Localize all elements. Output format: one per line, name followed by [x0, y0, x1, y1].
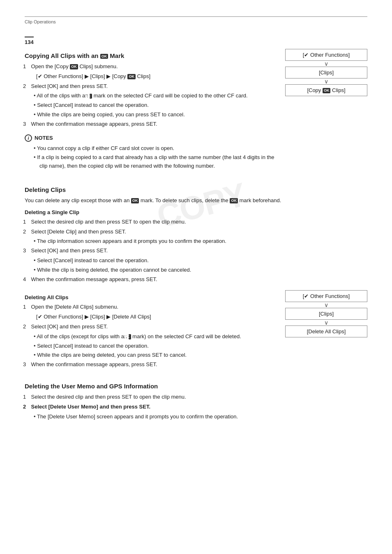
delete-all-nav-arrow-2: ∨ [285, 320, 367, 325]
delete-all-step-2: 2 Select [OK] and then press SET. [30, 323, 277, 331]
ok-mark-bullet: OK [90, 94, 92, 99]
delete-single-step-2-bullet: The clip information screen appears and … [39, 237, 367, 246]
ok-mark-path: OK [127, 74, 136, 79]
copy-step-2: 2 Select [OK] and then press SET. [30, 82, 277, 91]
copying-clips-title: Copying All Clips with an OK Mark [25, 52, 277, 59]
copy-nav-arrow-2: ∨ [285, 78, 367, 84]
ok-mark-1: OK [70, 64, 78, 69]
ok-mark-del-all: OK [129, 334, 131, 339]
copy-step-2-bullet-2: Select [Cancel] instead to cancel the op… [39, 101, 277, 110]
copy-nav-box-3: [Copy OK Clips] [285, 84, 367, 96]
copy-step-1-path: [✔ Other Functions] ▶ [Clips] ▶ [Copy OK… [36, 72, 277, 81]
copy-nav-arrow-1: ∨ [285, 61, 367, 67]
ok-mark-nav: OK [323, 88, 331, 93]
delete-single-step-1: 1 Select the desired clip and then press… [30, 218, 367, 226]
delete-all-step-3: 3 When the confirmation message appears,… [30, 360, 277, 369]
copy-nav: [✔ Other Functions] ∨ [Clips] ∨ [Copy OK… [285, 49, 367, 96]
delete-all-step-2-bullet-3: While the clips are being deleted, you c… [39, 351, 277, 360]
copy-nav-box-1: [✔ Other Functions] [285, 49, 367, 61]
delete-all-nav-box-2: [Clips] [285, 308, 367, 320]
delete-all-step-1: 1 Open the [Delete All Clips] submenu. [30, 303, 277, 312]
delete-memo-step-2: 2 Select [Delete User Memo] and then pre… [30, 403, 367, 411]
notes-header: i NOTES [25, 134, 277, 142]
delete-memo-step-2-bullet: The [Delete User Memo] screen appears an… [39, 413, 367, 421]
delete-all-step-2-bullet-2: Select [Cancel] instead to cancel the op… [39, 342, 277, 351]
copy-notes: i NOTES You cannot copy a clip if either… [25, 134, 277, 171]
delete-all-nav: [✔ Other Functions] ∨ [Clips] ∨ [Delete … [285, 290, 367, 337]
copy-step-1: 1 Open the [Copy OK Clips] submenu. [30, 62, 277, 71]
page-number: 134 [25, 37, 34, 45]
delete-single-step-3-bullet-2: While the clip is being deleted, the ope… [39, 266, 367, 275]
delete-all-nav-arrow-1: ∨ [285, 302, 367, 308]
copy-step-2-bullet-3: While the clips are being copied, you ca… [39, 111, 277, 119]
delete-all-step-1-path: [✔ Other Functions] ▶ [Clips] ▶ [Delete … [36, 313, 277, 321]
deleting-clips-intro: You can delete any clip except those wit… [25, 196, 367, 205]
delete-all-title: Deleting All Clips [25, 294, 277, 300]
delete-memo-step-1: 1 Select the desired clip and then press… [30, 393, 367, 402]
page-header: Clip Operations [25, 19, 367, 24]
deleting-clips-title: Deleting Clips [25, 186, 367, 193]
delete-all-nav-box-1: [✔ Other Functions] [285, 290, 367, 302]
ok-mark-title: OK [100, 54, 108, 59]
copy-nav-box-2: [Clips] [285, 67, 367, 78]
note-1: You cannot copy a clip if either CF card… [39, 144, 277, 153]
delete-user-memo-title: Deleting the User Memo and GPS Informati… [25, 383, 367, 390]
copy-step-2-bullet-1: All of the clips with an OK mark on the … [39, 92, 277, 100]
delete-single-step-3-bullet-1: Select [Cancel] instead to cancel the op… [39, 256, 367, 265]
notes-label: NOTES [35, 135, 53, 141]
ok-mark-del-intro-1: OK [131, 198, 139, 203]
delete-single-step-3: 3 Select [OK] and then press SET. [30, 247, 367, 255]
delete-all-step-2-bullet-1: All of the clips (except for clips with … [39, 332, 277, 341]
delete-single-step-2: 2 Select [Delete Clip] and then press SE… [30, 228, 367, 236]
copy-step-3: 3 When the confirmation message appears,… [30, 120, 277, 129]
info-icon: i [25, 134, 32, 142]
ok-mark-del-intro-2: OK [230, 198, 238, 203]
delete-all-nav-box-3: [Delete All Clips] [285, 325, 367, 337]
note-2: If a clip is being copied to a card that… [39, 153, 277, 171]
delete-single-title: Deleting a Single Clip [25, 209, 367, 215]
delete-single-step-4: 4 When the confirmation message appears,… [30, 275, 367, 284]
